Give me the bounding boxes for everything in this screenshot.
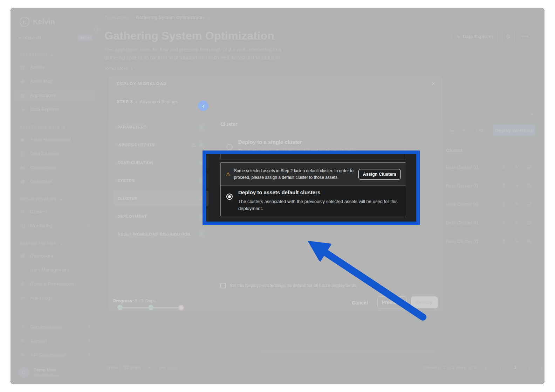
check-icon: ✓ [199, 178, 204, 183]
deploy-workload-modal: DEPLOY WORKLOAD ✕ STEP 3 • Advanced Sett… [109, 76, 442, 311]
app-window: K Kelvin ‹ ✦ KelvinAI BETA OPERATIONS ▤ … [11, 8, 544, 384]
default-clusters-description: The clusters associated with the previou… [238, 198, 400, 212]
progress-text: Progress: 3 / 3 Steps [113, 299, 156, 303]
tutorial-beacon[interactable]: ‹ [198, 100, 208, 111]
modal-header: DEPLOY WORKLOAD ✕ [109, 77, 442, 91]
stepper-line [118, 307, 149, 308]
default-clusters-option-group: ⚠ Some selected assets in Step 2 lack a … [220, 162, 406, 216]
step-2-done-icon: ✓ [148, 305, 153, 310]
progress-stepper: ✓ ✓ [113, 305, 183, 310]
alert-message: Some selected assets in Step 2 lack a de… [234, 168, 355, 181]
assign-clusters-button[interactable]: Assign Clusters [358, 169, 401, 180]
check-icon: ✓ [199, 214, 204, 219]
previous-button[interactable]: Previous [377, 296, 407, 308]
default-clusters-radio[interactable] [226, 194, 233, 200]
single-cluster-radio[interactable] [226, 144, 233, 150]
modal-footer-divider [109, 294, 442, 295]
single-cluster-description: The deployment will use the cluster and … [238, 148, 356, 155]
modal-nav-label: INPUTS/OUTPUTS [117, 143, 189, 147]
modal-section-nav: PARAMETERS ⚠ ✓ ! INPUTS/OUTPUTS ⚠ ✓ ! CO… [113, 119, 208, 244]
step-indicator: STEP 3 • Advanced Settings [117, 99, 178, 104]
cancel-button[interactable]: Cancel [349, 297, 371, 308]
default-clusters-title: Deploy to assets default clusters [238, 189, 400, 195]
stepper-line [149, 307, 180, 308]
missing-cluster-alert: ⚠ Some selected assets in Step 2 lack a … [221, 163, 406, 186]
modal-nav-item[interactable]: SYSTEM ⚠ ✓ ! [113, 173, 208, 188]
modal-nav-label: SYSTEM [117, 178, 196, 183]
single-cluster-option[interactable]: Deploy to a single cluster The deploymen… [220, 134, 406, 160]
progress-label: Progress: [113, 299, 133, 303]
checkbox[interactable] [220, 283, 226, 288]
step-1-done-icon: ✓ [117, 305, 123, 310]
step-3-current-icon [178, 305, 184, 310]
default-settings-checkbox-row[interactable]: Set this Deployment Settings as default … [220, 283, 357, 288]
warning-icon: ⚠ [192, 142, 196, 148]
modal-divider [109, 280, 442, 281]
step-bullet: • [136, 100, 137, 104]
step-label: STEP 3 [117, 99, 133, 104]
check-icon: ✓ [199, 160, 204, 166]
error-icon: ! [199, 196, 204, 201]
modal-nav-label: DEPLOYMENT [117, 214, 196, 218]
default-clusters-option[interactable]: Deploy to assets default clusters The cl… [221, 186, 406, 212]
checkbox-label: Set this Deployment Settings as default … [229, 283, 357, 288]
step-name: Advanced Settings [140, 99, 178, 104]
modal-title: DEPLOY WORKLOAD [117, 82, 431, 86]
modal-content: Cluster Deploy to a single cluster The d… [220, 119, 406, 127]
modal-nav-label: CLUSTER [117, 196, 196, 201]
modal-nav-item[interactable]: INPUTS/OUTPUTS ⚠ ✓ ! [113, 137, 208, 153]
check-icon: ✓ [199, 124, 204, 130]
modal-nav-label: CONFIGURATION [117, 161, 196, 165]
modal-nav-item[interactable]: PARAMETERS ⚠ ✓ ! [113, 119, 208, 135]
check-icon: ✓ [199, 142, 204, 148]
chevron-left-icon: ‹ [203, 103, 204, 109]
modal-nav-item[interactable]: CONFIGURATION ⚠ ✓ ! [113, 155, 208, 170]
close-icon[interactable]: ✕ [431, 81, 436, 86]
modal-nav-item[interactable]: ASSET-WORKLOAD DISTRIBUTION ⚠ ✓ ! [113, 226, 208, 242]
modal-nav-label: ASSET-WORKLOAD DISTRIBUTION [117, 232, 196, 236]
single-cluster-title: Deploy to a single cluster [238, 139, 356, 145]
check-icon: ✓ [199, 231, 204, 237]
modal-nav-item[interactable]: CLUSTER ⚠ ✓ ! [113, 191, 208, 206]
warning-icon: ⚠ [226, 171, 230, 177]
modal-nav-label: PARAMETERS [117, 125, 196, 129]
cluster-section-heading: Cluster [220, 121, 406, 127]
modal-nav-item[interactable]: DEPLOYMENT ⚠ ✓ ! [113, 209, 208, 224]
progress-value: 3 / 3 Steps [135, 299, 156, 303]
deploy-button[interactable]: Deploy [411, 296, 438, 308]
